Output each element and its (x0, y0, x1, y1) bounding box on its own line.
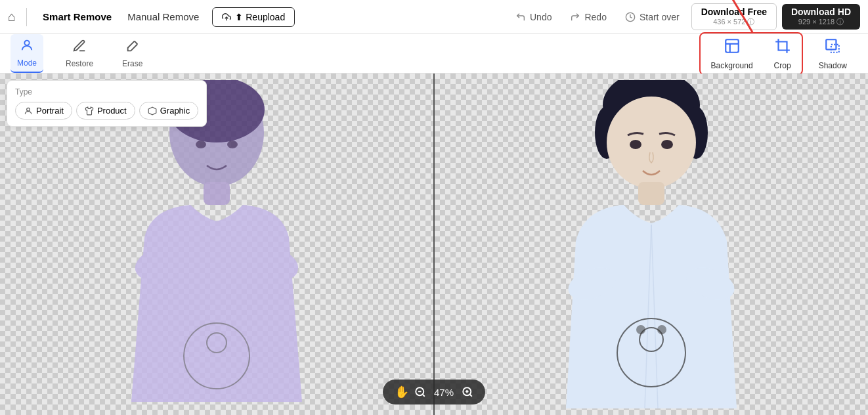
reupload-button[interactable]: ⬆ Reupload (212, 7, 295, 27)
svg-marker-8 (148, 107, 156, 115)
svg-point-2 (24, 41, 29, 45)
zoom-in-icon (462, 386, 473, 398)
svg-rect-4 (726, 39, 739, 53)
product-icon (85, 106, 94, 116)
crop-icon (774, 37, 791, 58)
download-free-button[interactable]: Download Free 436 × 572 ⓘ (691, 3, 777, 30)
smart-remove-tab[interactable]: Smart Remove (37, 9, 117, 25)
type-graphic[interactable]: Graphic (139, 102, 199, 120)
hand-tool[interactable]: ✋ (395, 385, 409, 399)
right-tools: Background Crop Shadow (699, 32, 857, 76)
shadow-icon (824, 37, 841, 58)
svg-rect-23 (638, 182, 664, 205)
right-canvas[interactable] (435, 74, 868, 415)
zoom-bar: ✋ 47% (383, 380, 485, 404)
svg-point-7 (27, 108, 30, 111)
redo-icon (570, 12, 580, 22)
svg-point-26 (636, 325, 645, 334)
zoom-out-icon (414, 386, 426, 398)
restore-icon (72, 39, 87, 56)
type-product[interactable]: Product (76, 102, 135, 120)
zoom-in-button[interactable] (462, 386, 473, 398)
main-area: Type Portrait Product Graphic (0, 74, 868, 415)
background-tool[interactable]: Background (701, 33, 764, 74)
person-right-silhouette (543, 80, 760, 415)
svg-line-33 (422, 394, 424, 396)
zoom-level: 47% (431, 387, 456, 398)
background-icon (724, 37, 741, 58)
erase-tool[interactable]: Erase (116, 35, 149, 72)
start-over-button[interactable]: Start over (618, 9, 686, 25)
type-portrait[interactable]: Portrait (15, 102, 72, 120)
highlighted-tools-group: Background Crop (699, 32, 803, 76)
svg-point-17 (227, 141, 238, 148)
manual-remove-tab[interactable]: Manual Remove (122, 9, 204, 25)
toolbar: Mode Restore Erase Background Crop (0, 34, 868, 74)
portrait-icon (24, 106, 33, 116)
svg-point-29 (661, 140, 673, 149)
download-hd-button[interactable]: Download HD 929 × 1218 ⓘ (782, 4, 860, 30)
crop-tool[interactable]: Crop (764, 33, 802, 74)
svg-rect-11 (204, 182, 230, 205)
header: ⌂ Smart Remove Manual Remove ⬆ Reupload … (0, 0, 868, 34)
home-icon[interactable]: ⌂ (8, 9, 16, 24)
mode-tool[interactable]: Mode (11, 34, 43, 73)
mode-icon (20, 38, 34, 56)
svg-point-16 (196, 141, 206, 148)
svg-line-3 (134, 41, 137, 45)
svg-point-28 (630, 140, 641, 149)
header-divider (26, 8, 27, 26)
person-left-silhouette (118, 80, 315, 415)
svg-line-36 (469, 394, 471, 396)
svg-point-27 (657, 325, 666, 334)
reupload-label: ⬆ Reupload (235, 12, 285, 22)
graphic-icon (148, 106, 157, 116)
type-label: Type (15, 87, 198, 97)
canvas-divider (433, 74, 435, 415)
erase-icon (125, 39, 140, 56)
start-over-icon (625, 12, 636, 22)
type-panel: Type Portrait Product Graphic (7, 80, 207, 127)
reupload-icon (222, 12, 231, 22)
type-options: Portrait Product Graphic (15, 102, 198, 120)
zoom-out-button[interactable] (414, 386, 426, 398)
undo-button[interactable]: Undo (509, 9, 558, 25)
redo-button[interactable]: Redo (563, 9, 613, 25)
undo-icon (515, 12, 526, 22)
shadow-tool[interactable]: Shadow (808, 33, 857, 74)
restore-tool[interactable]: Restore (59, 35, 100, 72)
